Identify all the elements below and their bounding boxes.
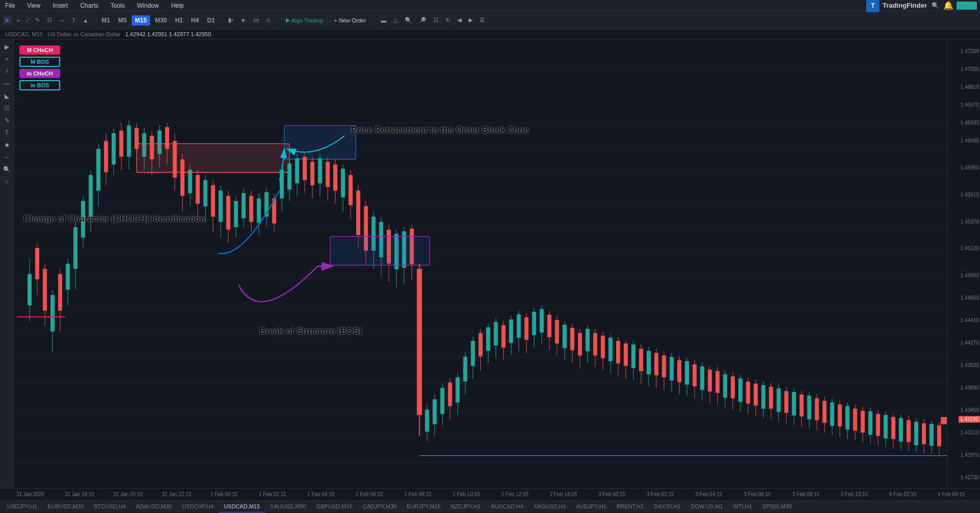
- tab-usdcad[interactable]: USDCAD,M15: [218, 501, 265, 513]
- tf-m15[interactable]: M15: [132, 15, 150, 26]
- chart-type[interactable]: ▮▪: [226, 15, 236, 25]
- tf-m1[interactable]: M1: [99, 15, 113, 26]
- refresh-btn[interactable]: ↻: [443, 15, 453, 25]
- svg-rect-22: [43, 269, 47, 311]
- price-5: 1.46330: [961, 120, 979, 126]
- pencil-tool[interactable]: ✎: [33, 15, 42, 25]
- tab-adausd[interactable]: ADAUSD,M30: [131, 501, 177, 513]
- svg-rect-238: [853, 409, 857, 431]
- scroll-left-btn[interactable]: ◀: [455, 15, 464, 25]
- measure-tool[interactable]: ↔: [57, 16, 67, 25]
- tab-usdchf[interactable]: USDCHF,H4: [177, 501, 219, 513]
- template-btn[interactable]: 🗃: [251, 16, 261, 25]
- svg-rect-230: [822, 401, 826, 423]
- tab-xagusd[interactable]: XAGUSD,H1: [528, 501, 571, 513]
- volume-btn[interactable]: ▬: [378, 16, 389, 25]
- sep2: [222, 15, 222, 26]
- svg-rect-182: [639, 349, 643, 371]
- menu-help[interactable]: Help: [169, 2, 186, 9]
- svg-rect-224: [799, 395, 803, 417]
- svg-rect-0: [14, 39, 947, 488]
- menu-tools[interactable]: Tools: [109, 2, 127, 9]
- svg-rect-102: [341, 168, 345, 197]
- menu-view[interactable]: View: [25, 2, 42, 9]
- lt-zoom[interactable]: 🔍: [2, 164, 13, 175]
- grid-btn[interactable]: ☷: [431, 15, 441, 25]
- lt-cross[interactable]: +: [2, 54, 13, 65]
- menu-insert[interactable]: Insert: [51, 2, 70, 9]
- zoom-out-btn[interactable]: 🔎: [416, 15, 429, 25]
- tab-sp500[interactable]: SP500,M30: [757, 501, 797, 513]
- chart-main: ▶ + / — ◣ ☷ ✎ T ■ ↔ 🔍 ○ M CHoCH M BOS m …: [0, 39, 980, 488]
- tab-dax30[interactable]: DAX30,H1: [649, 501, 685, 513]
- tab-usdjpy[interactable]: USDJPY,H1: [2, 501, 42, 513]
- tab-eurjpy[interactable]: EURJPY,M15: [402, 501, 446, 513]
- svg-rect-160: [555, 320, 559, 344]
- svg-rect-198: [700, 367, 704, 390]
- tab-brent[interactable]: BRENT,H1: [611, 501, 649, 513]
- tab-nzdjpy[interactable]: NZDJPY,H1: [446, 501, 485, 513]
- alert-icon[interactable]: 🔔: [943, 1, 953, 11]
- algo-trading-button[interactable]: ▶ Algo Trading: [281, 15, 328, 26]
- tab-gbpusd[interactable]: GBPUSD,M15: [311, 501, 358, 513]
- compare-btn[interactable]: △: [391, 15, 400, 25]
- price-7: 1.45850: [961, 165, 979, 170]
- zoom-in-btn[interactable]: 🔍: [402, 15, 414, 25]
- patterns-tool[interactable]: ▲: [80, 16, 91, 25]
- tab-wti[interactable]: WTI,H1: [728, 501, 757, 513]
- chart-style[interactable]: ▼: [238, 16, 249, 25]
- lt-line[interactable]: /: [2, 66, 13, 77]
- extra-btn[interactable]: ☰: [477, 15, 487, 25]
- lt-measure[interactable]: ↔: [2, 152, 13, 163]
- time-15: 3 Feb 06:15: [744, 492, 792, 497]
- lt-hline[interactable]: —: [2, 78, 13, 89]
- svg-rect-232: [830, 402, 834, 426]
- sep4: [374, 15, 375, 26]
- text-tool[interactable]: T: [69, 16, 78, 25]
- lt-fib[interactable]: ☷: [2, 103, 13, 114]
- menu-charts[interactable]: Charts: [78, 2, 100, 9]
- tab-dowus[interactable]: DOW,US,M1: [685, 501, 728, 513]
- lt-channel[interactable]: ◣: [2, 90, 13, 102]
- tf-d1[interactable]: D1: [204, 15, 218, 26]
- tab-xauusd[interactable]: XAUUSD,M30: [265, 501, 311, 513]
- new-order-button[interactable]: + New Order: [330, 15, 371, 26]
- tf-h1[interactable]: H1: [172, 15, 186, 26]
- lt-cursor[interactable]: ▶: [2, 41, 13, 53]
- svg-rect-144: [494, 322, 498, 346]
- lt-text[interactable]: T: [2, 127, 13, 138]
- fib-tool[interactable]: ☷: [44, 15, 55, 25]
- lt-pencil[interactable]: ✎: [2, 115, 13, 126]
- svg-rect-127: [433, 399, 437, 424]
- tab-eurusd[interactable]: EURUSD,M30: [42, 501, 89, 513]
- price-scale: 1.47290 1.47050 1.46810 1.46570 1.46330 …: [947, 39, 980, 488]
- scroll-right-btn[interactable]: ▶: [466, 15, 475, 25]
- time-0: 31 Jan 2025: [16, 492, 65, 497]
- menu-file[interactable]: File: [3, 2, 17, 9]
- svg-rect-236: [845, 406, 849, 430]
- svg-rect-196: [693, 364, 697, 386]
- svg-rect-88: [287, 163, 291, 189]
- cursor-tool[interactable]: ▶: [3, 15, 12, 25]
- tf-m5[interactable]: M5: [115, 15, 130, 26]
- tab-btcusd[interactable]: BTCUSD,H4: [89, 501, 131, 513]
- price-13: 1.44410: [961, 317, 979, 323]
- svg-rect-162: [562, 325, 567, 348]
- svg-rect-76: [241, 193, 246, 218]
- lt-magnet[interactable]: ○: [2, 176, 13, 187]
- tf-m30[interactable]: M30: [152, 15, 170, 26]
- lt-shapes[interactable]: ■: [2, 139, 13, 151]
- menu-window[interactable]: Window: [135, 2, 161, 9]
- crosshair-tool[interactable]: +: [14, 16, 22, 25]
- tf-h4[interactable]: H4: [188, 15, 202, 26]
- algo-play-icon: ▶: [286, 17, 290, 23]
- tab-cadjpy[interactable]: CADJPY,M30: [358, 501, 402, 513]
- search-icon[interactable]: 🔍: [930, 1, 940, 11]
- indicator-btn[interactable]: ⚠: [263, 15, 274, 25]
- chart-canvas[interactable]: M CHoCH M BOS m CHoCH m BOS: [14, 39, 947, 488]
- line-tool[interactable]: ∕: [24, 16, 31, 25]
- svg-rect-26: [58, 274, 62, 311]
- tab-audcad[interactable]: AUDCAD,H4: [486, 501, 529, 513]
- time-10: 2 Feb 12:15: [501, 492, 550, 497]
- tab-audjpy[interactable]: AUDJPY,H1: [571, 501, 611, 513]
